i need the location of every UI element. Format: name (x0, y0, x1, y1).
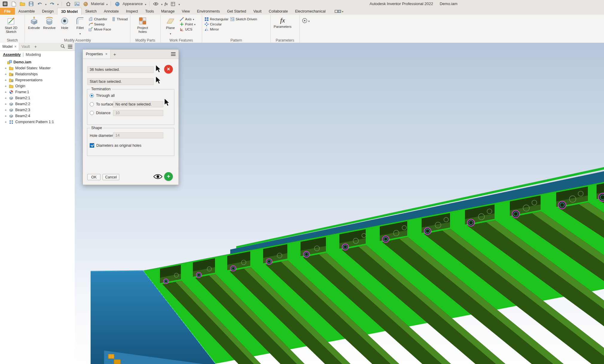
tree-item-beam2-2[interactable]: + Beam2:2 (0, 101, 75, 107)
tab-tools[interactable]: Tools (142, 8, 158, 15)
tree-item-beam2-3[interactable]: + Beam2:3 (0, 107, 75, 113)
fillet-button[interactable]: Fillet (73, 16, 87, 37)
expander[interactable]: + (4, 66, 7, 70)
tab-annotate[interactable]: Annotate (100, 8, 122, 15)
chamfer-button[interactable]: Chamfer (89, 17, 107, 21)
point-caret-icon[interactable] (194, 22, 196, 26)
browser-tab-close-icon[interactable]: × (14, 45, 16, 49)
ribbon-options-caret-icon[interactable] (308, 18, 310, 23)
screens-caret-icon[interactable] (342, 9, 344, 13)
panel-modify-assembly-label[interactable]: Modify Assembly (25, 38, 130, 42)
measure-icon[interactable] (170, 1, 176, 7)
ribbon-options-button[interactable] (302, 16, 310, 37)
open-icon[interactable] (19, 1, 26, 7)
clear-selection-button[interactable]: × (164, 65, 173, 74)
mode-modeling[interactable]: Modeling (23, 53, 41, 57)
move-face-button[interactable]: Move Face (89, 27, 111, 31)
axis-button[interactable]: Axis (180, 17, 196, 21)
expander[interactable]: + (4, 84, 7, 88)
revolve-button[interactable]: Revolve (42, 16, 56, 37)
point-button[interactable]: Point (180, 22, 196, 26)
expander[interactable]: + (4, 78, 7, 82)
expander[interactable]: + (4, 90, 7, 94)
material-icon[interactable] (82, 1, 89, 7)
tab-3d-model[interactable]: 3D Model (57, 8, 82, 15)
redo-caret-icon[interactable] (57, 1, 59, 7)
undo-caret-icon[interactable] (45, 1, 47, 7)
tab-environments[interactable]: Environments (193, 8, 223, 15)
properties-add-tab-icon[interactable] (111, 50, 119, 59)
tree-item-representations[interactable]: + Representations (0, 77, 75, 83)
to-surface-option[interactable]: To surface (90, 102, 113, 106)
plane-caret-icon[interactable] (170, 30, 171, 36)
end-face-field[interactable]: No end face selected. (113, 101, 163, 107)
mode-assembly[interactable]: Assembly (3, 53, 21, 57)
hole-diameter-field[interactable]: 14 (113, 132, 163, 138)
tree-item-beam2-4[interactable]: + Beam2:4 (0, 113, 75, 119)
ucs-button[interactable]: UCS (180, 27, 196, 31)
visibility-icon[interactable] (152, 1, 159, 7)
circular-pattern-button[interactable]: Circular (205, 22, 228, 26)
tree-item-origin[interactable]: + Origin (0, 83, 75, 89)
through-all-radio[interactable] (90, 94, 94, 98)
properties-tab-close-icon[interactable]: × (105, 52, 107, 56)
start-face-field[interactable]: Start face selected. (87, 78, 154, 85)
expander[interactable]: + (4, 102, 7, 106)
sketch-driven-pattern-button[interactable]: Sketch Driven (230, 17, 257, 21)
start-2d-sketch-button[interactable]: Start 2D Sketch (2, 16, 20, 37)
properties-menu-icon[interactable] (171, 50, 179, 59)
expander[interactable]: + (4, 96, 7, 100)
sweep-button[interactable]: Sweep (89, 22, 104, 26)
tab-sketch[interactable]: Sketch (82, 8, 100, 15)
apply-new-button[interactable]: + (164, 172, 173, 181)
tree-item-relationships[interactable]: + Relationships (0, 71, 75, 77)
appearance-caret-icon[interactable] (145, 1, 146, 7)
save-icon[interactable] (28, 1, 34, 7)
thread-button[interactable]: Thread (112, 17, 128, 21)
diameters-checkbox[interactable] (90, 143, 94, 148)
browser-add-tab-icon[interactable] (32, 43, 39, 51)
appearance-icon[interactable] (114, 1, 121, 7)
undo-icon[interactable] (36, 1, 43, 7)
render-icon[interactable] (74, 1, 80, 7)
tab-manage[interactable]: Manage (158, 8, 178, 15)
cancel-button[interactable]: Cancel (103, 174, 119, 180)
fillet-caret-icon[interactable] (79, 30, 81, 36)
tree-item-component-pattern[interactable]: + Component Pattern 1:1 (0, 119, 75, 125)
material-caret-icon[interactable] (106, 1, 108, 7)
plane-button[interactable]: Plane (163, 16, 178, 37)
tree-item-beam2-1[interactable]: + Beam2:1 (0, 95, 75, 101)
tab-vault[interactable]: Vault (250, 8, 265, 15)
project-holes-button[interactable]: Project holes (133, 16, 152, 37)
expander[interactable]: + (4, 120, 7, 124)
distance-radio[interactable] (90, 111, 94, 115)
tab-collaborate[interactable]: Collaborate (265, 8, 292, 15)
tab-electromechanical[interactable]: Electromechanical (292, 8, 329, 15)
properties-tab[interactable]: Properties × (83, 50, 111, 59)
screens-layout-icon[interactable] (331, 8, 347, 15)
panel-sketch-label[interactable]: Sketch (0, 38, 25, 42)
holes-selected-field[interactable]: 36 holes selected. (87, 66, 154, 73)
tab-view[interactable]: View (178, 8, 193, 15)
tree-item-demo-iam[interactable]: Demo.iam (0, 59, 75, 65)
home-icon[interactable] (65, 1, 71, 7)
ok-button[interactable]: OK (87, 174, 100, 180)
parameters-button[interactable]: fx Parameters (273, 16, 292, 37)
panel-modify-parts-label[interactable]: Modify Parts (130, 38, 160, 42)
through-all-option[interactable]: Through all (90, 94, 115, 98)
tab-assemble[interactable]: Assemble (15, 8, 39, 15)
expander[interactable]: + (4, 114, 7, 118)
measure-caret-icon[interactable] (179, 1, 180, 7)
distance-field[interactable]: 10 (113, 110, 163, 116)
browser-tab-model[interactable]: Model × (0, 43, 19, 51)
tab-file[interactable]: File (0, 8, 15, 15)
expander[interactable]: + (4, 72, 7, 76)
browser-menu-icon[interactable] (68, 44, 72, 49)
axis-caret-icon[interactable] (193, 17, 194, 21)
hole-button[interactable]: Hole (58, 16, 71, 37)
tab-design[interactable]: Design (38, 8, 57, 15)
new-file-icon[interactable] (10, 1, 17, 7)
panel-pattern-label[interactable]: Pattern (202, 38, 270, 42)
browser-tab-vault[interactable]: Vault (19, 43, 32, 51)
panel-parameters-label[interactable]: Parameters (271, 38, 299, 42)
